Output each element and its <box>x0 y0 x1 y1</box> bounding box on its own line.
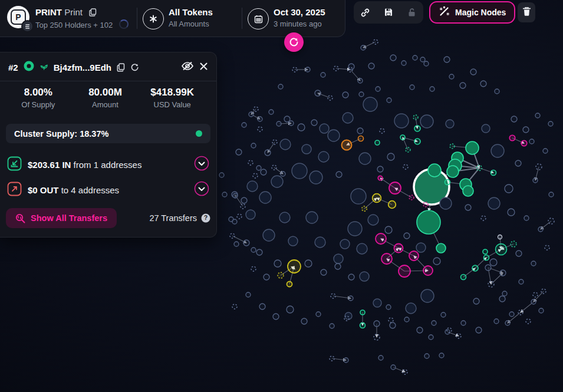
cluster-holder-bubble[interactable] <box>466 141 479 154</box>
holder-bubble[interactable] <box>234 242 239 246</box>
holder-bubble[interactable] <box>316 312 321 317</box>
holder-bubble[interactable] <box>334 254 343 263</box>
holder-bubble[interactable] <box>500 270 506 276</box>
holder-bubble[interactable] <box>440 197 452 209</box>
holder-bubble[interactable] <box>416 243 426 252</box>
magic-node-bubble[interactable] <box>545 245 549 250</box>
cluster-holder-bubble[interactable] <box>463 186 473 196</box>
holder-bubble[interactable] <box>305 67 310 72</box>
magic-node-bubble[interactable] <box>334 66 338 71</box>
holder-bubble[interactable] <box>524 216 529 220</box>
holder-bubble[interactable] <box>505 321 510 325</box>
yellow-holder-bubble[interactable] <box>388 201 396 209</box>
holder-bubble[interactable] <box>387 153 394 160</box>
holder-bubble[interactable] <box>410 85 414 90</box>
holder-bubble[interactable] <box>508 209 515 216</box>
magic-node-bubble[interactable] <box>373 39 378 44</box>
magic-node-bubble[interactable] <box>403 370 407 374</box>
holder-bubble[interactable] <box>433 258 440 265</box>
green-holder-bubble[interactable] <box>400 135 405 140</box>
cluster-holder-bubble[interactable] <box>436 243 446 253</box>
cluster-holder-bubble[interactable] <box>428 164 441 177</box>
yellow-holder-bubble[interactable] <box>288 260 301 273</box>
magic-node-bubble[interactable] <box>248 160 253 165</box>
chevron-down-icon[interactable] <box>194 181 209 199</box>
magic-node-bubble[interactable] <box>253 173 258 178</box>
holder-bubble[interactable] <box>348 274 354 280</box>
holder-bubble[interactable] <box>357 128 363 134</box>
holder-bubble[interactable] <box>404 317 409 322</box>
orange-holder-bubble[interactable] <box>342 140 352 150</box>
show-all-transfers-button[interactable]: Show All Transfers <box>6 208 117 228</box>
holder-bubble[interactable] <box>263 229 275 241</box>
green-holder-bubble[interactable] <box>484 255 489 261</box>
magic-node-bubble[interactable] <box>258 127 262 131</box>
cluster-holder-bubble[interactable] <box>447 166 459 177</box>
wallet-address[interactable]: Bj4zfm...9Edh <box>54 62 111 73</box>
holder-bubble[interactable] <box>335 263 341 269</box>
trash-button[interactable] <box>518 2 535 22</box>
magic-node-bubble[interactable] <box>533 292 538 297</box>
holder-bubble[interactable] <box>359 153 371 164</box>
holder-bubble[interactable] <box>292 163 307 179</box>
holder-bubble[interactable] <box>271 176 283 187</box>
magic-node-bubble[interactable] <box>253 107 258 111</box>
holder-bubble[interactable] <box>446 120 454 128</box>
yellow-magic-node-bubble[interactable] <box>362 206 367 212</box>
magenta-holder-bubble[interactable] <box>509 135 515 140</box>
holder-bubble[interactable] <box>406 303 416 314</box>
holder-bubble[interactable] <box>289 121 294 126</box>
holder-bubble[interactable] <box>357 243 367 254</box>
green-magic-node-bubble[interactable] <box>413 115 418 120</box>
orange-ring-bubble[interactable] <box>358 136 364 141</box>
copy-icon[interactable] <box>89 8 97 17</box>
holder-bubble[interactable] <box>373 299 381 307</box>
holder-bubble[interactable] <box>256 166 261 170</box>
holder-bubble[interactable] <box>401 61 406 65</box>
holder-bubble[interactable] <box>495 89 499 94</box>
holder-bubble[interactable] <box>340 239 350 249</box>
magenta-holder-bubble[interactable] <box>389 182 401 194</box>
magenta-magic-node-bubble[interactable] <box>423 202 428 207</box>
holder-bubble[interactable] <box>278 84 283 89</box>
holder-bubble[interactable] <box>246 210 255 219</box>
magic-node-bubble[interactable] <box>330 356 334 361</box>
magic-node-bubble[interactable] <box>272 165 276 170</box>
holder-bubble[interactable] <box>343 113 353 123</box>
holder-bubble[interactable] <box>502 291 507 296</box>
holder-bubble[interactable] <box>470 69 476 75</box>
holder-bubble[interactable] <box>258 117 262 121</box>
holder-bubble[interactable] <box>310 171 322 184</box>
green-holder-bubble[interactable] <box>360 310 365 315</box>
magic-node-bubble[interactable] <box>403 164 408 169</box>
green-holder-bubble[interactable] <box>496 244 507 255</box>
holder-bubble[interactable] <box>465 205 471 210</box>
magenta-holder-bubble[interactable] <box>409 251 419 261</box>
holder-bubble[interactable] <box>361 45 366 50</box>
tokens-filter[interactable]: All Tokens <box>169 7 213 17</box>
holder-bubble[interactable] <box>432 321 436 325</box>
refresh-button[interactable] <box>284 32 304 52</box>
holder-bubble[interactable] <box>509 312 514 317</box>
green-magic-node-bubble[interactable] <box>406 147 410 152</box>
holder-bubble[interactable] <box>413 55 417 60</box>
magic-node-bubble[interactable] <box>374 334 380 340</box>
holder-bubble[interactable] <box>359 92 364 97</box>
magic-node-bubble[interactable] <box>481 216 486 220</box>
holder-bubble[interactable] <box>420 115 433 128</box>
amounts-filter[interactable]: All Amounts <box>169 19 209 28</box>
holder-bubble[interactable] <box>242 123 246 127</box>
holder-bubble[interactable] <box>243 240 249 246</box>
holder-bubble[interactable] <box>461 321 466 325</box>
holder-bubble[interactable] <box>511 116 517 122</box>
holder-bubble[interactable] <box>539 308 544 313</box>
holder-bubble[interactable] <box>424 61 429 66</box>
holder-bubble[interactable] <box>328 130 340 141</box>
magic-node-bubble[interactable] <box>380 129 384 133</box>
holder-bubble[interactable] <box>374 321 380 327</box>
holder-bubble[interactable] <box>360 272 369 281</box>
white-ring-bubble[interactable] <box>498 235 502 239</box>
holder-bubble[interactable] <box>273 314 279 319</box>
holder-bubble[interactable] <box>485 265 491 271</box>
question-icon[interactable]: ? <box>201 213 210 223</box>
